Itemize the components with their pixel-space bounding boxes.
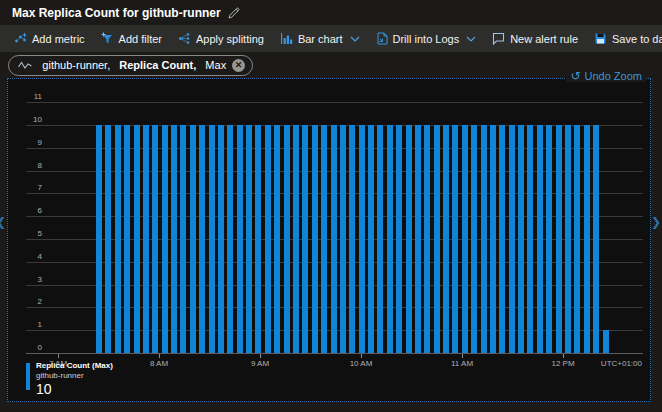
y-axis-tick-label: 9 [10, 138, 42, 147]
chart-bar[interactable] [284, 125, 290, 353]
chart-bar[interactable] [152, 125, 158, 353]
chart-bar[interactable] [593, 125, 599, 353]
chart-bar[interactable] [274, 125, 280, 353]
legend-metric-name: Replica Count (Max) [36, 361, 113, 371]
gridline [26, 353, 643, 354]
chart-bar[interactable] [387, 125, 393, 353]
chart-bar[interactable] [143, 125, 149, 353]
y-axis-tick-label: 8 [10, 161, 42, 170]
chart-bar[interactable] [377, 125, 383, 353]
metrics-toolbar: Add metric Add filter Apply splitting Ba… [0, 25, 662, 52]
y-axis-tick-label: 6 [10, 206, 42, 215]
chart-bar[interactable] [255, 125, 261, 353]
chart-bar[interactable] [302, 125, 308, 353]
chart-bar[interactable] [190, 125, 196, 353]
chart-bar[interactable] [359, 125, 365, 353]
metric-pill[interactable]: github-runner, Replica Count, Max ✕ [8, 55, 253, 76]
chart-bar[interactable] [396, 125, 402, 353]
chart-bar[interactable] [227, 125, 233, 353]
apply-splitting-label: Apply splitting [196, 33, 264, 45]
chart-bar[interactable] [218, 125, 224, 353]
chart-bar[interactable] [424, 125, 430, 353]
x-axis-tick-label: 8 AM [137, 359, 181, 368]
metric-pill-row: github-runner, Replica Count, Max ✕ [0, 52, 662, 78]
alert-bubble-icon [492, 32, 505, 45]
y-axis-tick-label: 3 [10, 275, 42, 284]
chart-bar[interactable] [368, 125, 374, 353]
apply-splitting-icon [178, 32, 191, 45]
chart-bar[interactable] [340, 125, 346, 353]
plot-area[interactable]: 012345678910117 AM8 AM9 AM10 AM11 AM12 P… [8, 79, 650, 401]
chart-bar[interactable] [293, 125, 299, 353]
chart-bar[interactable] [331, 125, 337, 353]
chart-bar[interactable] [584, 125, 590, 353]
chart-bar[interactable] [546, 125, 552, 353]
chart-bar[interactable] [443, 125, 449, 353]
chart-bar[interactable] [406, 125, 412, 353]
chart-bar[interactable] [556, 125, 562, 353]
chart-bar[interactable] [105, 125, 111, 353]
chart-bar[interactable] [237, 125, 243, 353]
chart-bar[interactable] [134, 125, 140, 353]
chart-type-label: Bar chart [298, 33, 343, 45]
metrics-chart-container[interactable]: ↺ Undo Zoom 012345678910117 AM8 AM9 AM10… [7, 78, 651, 402]
add-filter-button[interactable]: Add filter [93, 25, 170, 52]
x-axis-tick [159, 354, 160, 358]
chart-bar[interactable] [180, 125, 186, 353]
chart-bar[interactable] [115, 125, 121, 353]
gridline [26, 102, 643, 103]
chart-bar[interactable] [452, 125, 458, 353]
drill-into-logs-button[interactable]: Drill into Logs [368, 25, 485, 52]
chart-bar[interactable] [434, 125, 440, 353]
y-axis-tick-label: 11 [10, 92, 42, 101]
legend-color-swatch [26, 363, 30, 390]
chart-bar[interactable] [471, 125, 477, 353]
chart-bar[interactable] [462, 125, 468, 353]
y-axis-tick-label: 2 [10, 297, 42, 306]
chart-bar[interactable] [490, 125, 496, 353]
toolbar-left-group: Add metric Add filter Apply splitting [6, 25, 272, 52]
chart-bar[interactable] [415, 125, 421, 353]
chart-bar[interactable] [509, 125, 515, 353]
chart-bar[interactable] [565, 125, 571, 353]
save-to-dashboard-button[interactable]: Save to dashboard [586, 25, 662, 52]
y-axis-tick-label: 7 [10, 183, 42, 192]
chart-bar[interactable] [162, 125, 168, 353]
legend-resource-name: github-runner [36, 371, 113, 381]
chevron-right-icon[interactable]: ❯ [651, 215, 661, 229]
chart-bar[interactable] [265, 125, 271, 353]
new-alert-rule-button[interactable]: New alert rule [484, 25, 586, 52]
chart-type-button[interactable]: Bar chart [272, 25, 368, 52]
chart-bar[interactable] [209, 125, 215, 353]
chart-bar[interactable] [246, 125, 252, 353]
chevron-left-icon[interactable]: ❮ [0, 215, 6, 229]
chevron-down-icon [466, 36, 476, 42]
chart-bar[interactable] [603, 330, 609, 353]
chart-bar[interactable] [574, 125, 580, 353]
chart-bar[interactable] [321, 125, 327, 353]
chart-bar[interactable] [481, 125, 487, 353]
save-icon [594, 32, 607, 45]
chart-bar[interactable] [124, 125, 130, 353]
chart-bar[interactable] [96, 125, 102, 353]
apply-splitting-button[interactable]: Apply splitting [170, 25, 272, 52]
chart-bar[interactable] [171, 125, 177, 353]
chart-bar[interactable] [199, 125, 205, 353]
chart-bar[interactable] [527, 125, 533, 353]
chart-bar[interactable] [349, 125, 355, 353]
x-axis-tick-label: 9 AM [238, 359, 282, 368]
pill-resource: github-runner, [42, 59, 113, 71]
chart-bar[interactable] [499, 125, 505, 353]
pill-aggregation: Max [202, 59, 226, 71]
chart-bar[interactable] [518, 125, 524, 353]
toolbar-right-group: Bar chart Drill into Logs New alert rule [272, 25, 662, 52]
chart-bar[interactable] [312, 125, 318, 353]
timezone-label: UTC+01:00 [601, 359, 642, 368]
x-axis-tick [563, 354, 564, 358]
y-axis-tick-label: 1 [10, 320, 42, 329]
x-axis-tick [361, 354, 362, 358]
edit-title-icon[interactable] [228, 7, 240, 19]
chart-bar[interactable] [537, 125, 543, 353]
chart-legend[interactable]: Replica Count (Max) github-runner 10 [26, 361, 113, 397]
remove-metric-icon[interactable]: ✕ [232, 59, 245, 72]
